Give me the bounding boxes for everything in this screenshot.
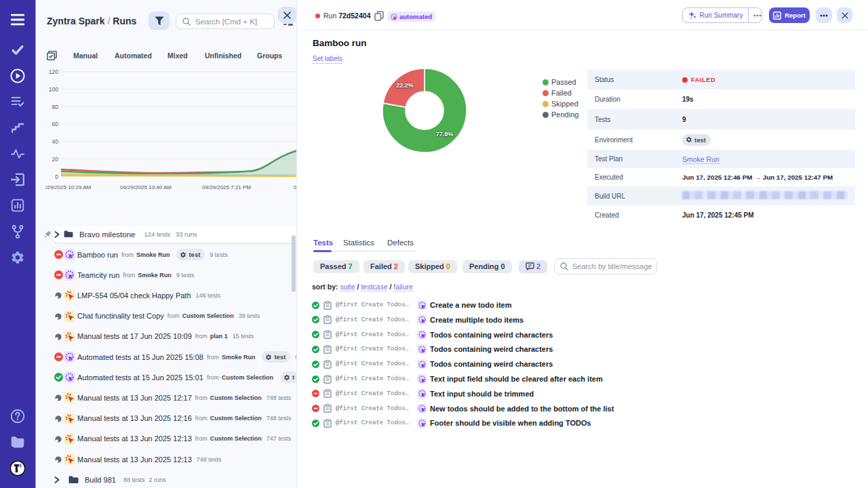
svg-text:04/29/2025 7:21 PM: 04/29/2025 7:21 PM	[202, 184, 251, 190]
svg-text:40: 40	[52, 138, 59, 145]
svg-text:22.2%: 22.2%	[396, 82, 414, 89]
svg-text:20: 20	[52, 156, 59, 163]
svg-text:0: 0	[55, 174, 58, 180]
svg-text:120: 120	[49, 68, 58, 75]
svg-text:60: 60	[52, 121, 59, 127]
svg-text:100: 100	[49, 86, 58, 93]
svg-text:04/29/2025 10:40 AM: 04/29/2025 10:40 AM	[120, 184, 172, 190]
svg-text:80: 80	[52, 104, 59, 110]
svg-text:77.8%: 77.8%	[436, 131, 454, 138]
svg-text:/29/2025 10:29 AM: /29/2025 10:29 AM	[45, 184, 92, 190]
